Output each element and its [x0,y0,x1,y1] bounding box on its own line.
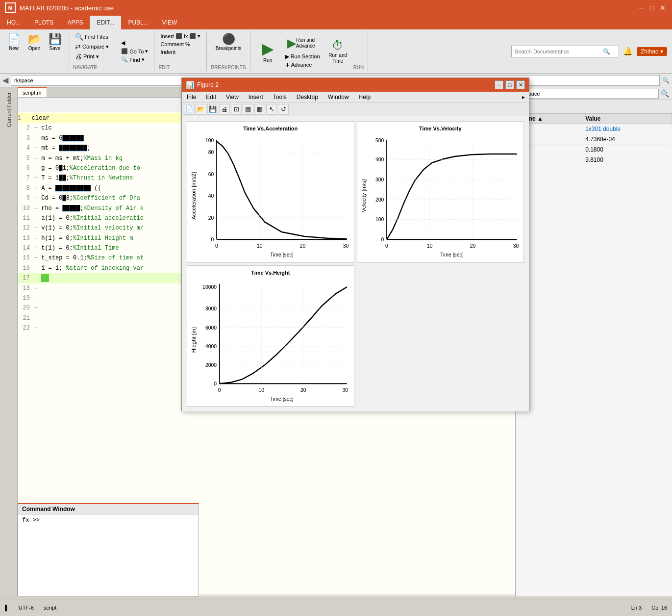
menu-apps[interactable]: APPS [60,16,90,29]
fig-menu-help[interactable]: Help [354,92,376,102]
breakpoints-button[interactable]: ⚫ Breakpoints [211,32,246,52]
run-section-button[interactable]: ▶ Run Section [283,53,323,60]
figure2-minimize-button[interactable]: ─ [495,80,503,89]
print-button[interactable]: 🖨 Print ▾ [73,52,111,61]
svg-text:80: 80 [208,149,214,155]
compare-dropdown-icon[interactable]: ▾ [106,44,109,50]
insert-icon2: ⬛ [189,33,196,39]
fig-tool-save[interactable]: 💾 [207,104,218,115]
navigate-group: 🔍 Find Files ⇄ Compare ▾ 🖨 Print ▾ NAVIG… [69,31,115,71]
navigate-label: NAVIGATE [73,64,111,70]
fig-menu-edit[interactable]: Edit [201,92,221,102]
fig-tool-grid1[interactable]: ▦ [243,104,253,115]
save-button[interactable]: 💾 Save [45,32,65,52]
run-and-advance-button[interactable]: ▶ Run andAdvance [283,34,323,52]
fig-tool-print[interactable]: 🖨 [219,104,230,115]
back-button[interactable]: ◀ [119,39,150,47]
menu-home[interactable]: HO... [0,16,27,29]
maximize-button[interactable]: □ [647,3,656,12]
status-filetype: script [44,605,56,611]
ws-col-value[interactable]: Value [581,114,672,124]
fig-tool-new[interactable]: 📄 [184,104,195,115]
close-button[interactable]: ✕ [658,3,667,12]
command-window: Command Window fx >> [18,503,199,596]
run-button[interactable]: ▶ Run [254,37,281,66]
find-dropdown-icon[interactable]: ▾ [142,56,145,63]
minimize-button[interactable]: ─ [637,3,646,12]
nav-path-text: rkspace [14,77,33,83]
fig-tool-grid2[interactable]: ▦ [254,104,265,115]
nav-search-icon[interactable]: 🔍 [662,77,670,84]
fig-menu-tools[interactable]: Tools [268,92,292,102]
window-controls: ─ □ ✕ [637,3,667,12]
figure2-close-button[interactable]: ✕ [516,80,525,89]
editor-tab-label: script.m [23,90,42,96]
fig-tool-fit[interactable]: ⊡ [231,104,242,115]
current-folder-label: Current Folder [6,92,12,127]
plot-height-title: Time Vs.Height [251,270,290,276]
search-icon[interactable]: 🔍 [603,48,610,55]
find-icon: 🔍 [121,56,128,63]
svg-text:100: 100 [375,216,383,223]
back-icon: ◀ [121,40,125,46]
figure2-titlebar: 📊 Figure 2 ─ □ ✕ [182,78,529,92]
menu-bar: HO... PLOTS APPS EDIT... PUBL... VIEW [0,16,672,29]
advance-button[interactable]: ⬇ Advance [283,61,323,69]
fig-menu-window[interactable]: Window [323,92,354,102]
open-icon: 📂 [28,34,41,45]
fig-menu-file[interactable]: File [182,92,201,102]
left-panel: Current Folder [0,87,18,596]
fig-menu-desktop[interactable]: Desktop [292,92,323,102]
new-button[interactable]: 📄 New [4,32,24,52]
svg-text:8000: 8000 [205,305,217,311]
open-button[interactable]: 📂 Open [25,32,44,52]
edit-label: EDIT [158,64,202,70]
search-input[interactable] [515,49,603,54]
command-window-title: Command Window [18,504,199,514]
fig-menu-expand-icon[interactable]: ▸ [518,94,529,101]
fig-tool-rotate[interactable]: ↺ [278,104,289,115]
menu-publish[interactable]: PUBL... [121,16,155,29]
workspace-search-icon[interactable]: 🔍 [661,90,669,98]
insert-button[interactable]: Insert ⬛ fx ⬛ ▾ [158,32,202,40]
insert-dropdown-icon[interactable]: ▾ [198,33,200,39]
compare-button[interactable]: ⇄ Compare ▾ [73,42,111,51]
run-group: ▶ Run ▶ Run andAdvance ▶ Run Section ⬇ A… [250,31,369,71]
svg-text:4000: 4000 [205,343,217,349]
run-and-time-button[interactable]: ⏱ Run andTime [324,37,351,66]
search-box[interactable]: 🔍 [511,46,619,57]
user-menu[interactable]: Zhihao ▾ [637,47,667,56]
fig-tool-cursor[interactable]: ↖ [266,104,277,115]
find-button[interactable]: 🔍 Find ▾ [119,56,150,63]
comment-button[interactable]: Comment % [158,41,202,48]
svg-text:Time [sec]: Time [sec] [270,251,294,257]
ws-var-value-a: 1x301 double [581,124,672,134]
menu-plots[interactable]: PLOTS [27,16,60,29]
indent-button[interactable]: Indent [158,49,202,55]
status-col: Col 16 [651,605,667,611]
svg-text:30: 30 [342,386,348,393]
status-bar: ▌ UTF-8 script Ln 3 Col 16 [0,599,672,616]
find-files-button[interactable]: 🔍 Find Files [73,32,111,41]
figure2-menu: File Edit View Insert Tools Desktop Wind… [182,92,529,103]
menu-editor[interactable]: EDIT... [90,16,121,29]
editor-tab[interactable]: script.m [18,87,47,97]
figure2-restore-button[interactable]: □ [505,80,514,89]
insert-fx-icon: fx [184,33,188,39]
find-files-icon: 🔍 [75,33,83,41]
menu-view[interactable]: VIEW [155,16,184,29]
run-advance-icon: ▶ [287,36,296,50]
goto-button[interactable]: ⬛ Go To ▾ [119,48,150,55]
ws-var-value-g: 9.8100 [581,155,672,165]
fig-tool-open[interactable]: 📂 [196,104,206,115]
fig-menu-view[interactable]: View [221,92,244,102]
nav-back-icon[interactable]: ◀ [2,76,8,85]
workspace-search-input[interactable] [519,89,659,99]
svg-text:60: 60 [208,171,214,177]
print-dropdown-icon[interactable]: ▾ [96,53,99,60]
notifications-icon[interactable]: 🔔 [623,47,633,56]
plot-accel-title: Time Vs.Acceleration [243,126,298,131]
fig-menu-insert[interactable]: Insert [244,92,268,102]
command-window-content[interactable]: fx >> [18,514,199,526]
goto-dropdown-icon[interactable]: ▾ [145,48,148,54]
